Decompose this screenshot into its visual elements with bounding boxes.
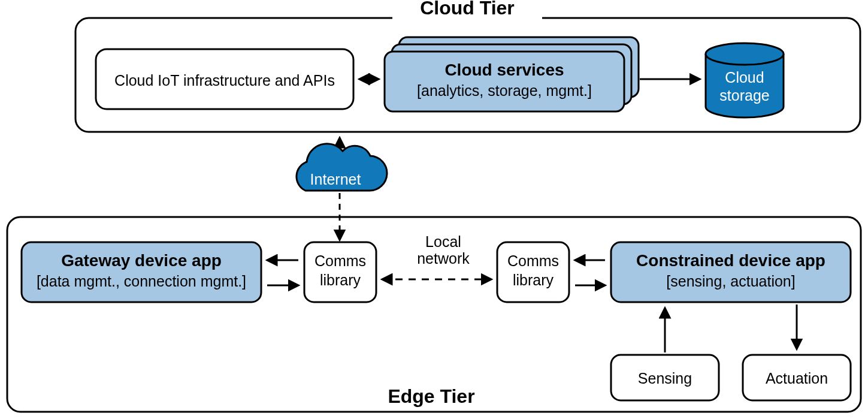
cloud-storage-cylinder: Cloud storage bbox=[706, 43, 784, 117]
constrained-title: Constrained device app bbox=[636, 251, 825, 270]
edge-tier-title: Edge Tier bbox=[388, 385, 474, 407]
internet-label: Internet bbox=[310, 171, 361, 188]
gateway-subtitle: [data mgmt., connection mgmt.] bbox=[37, 273, 246, 290]
local-network-line2: network bbox=[417, 250, 470, 267]
cloud-storage-line2: storage bbox=[719, 87, 769, 104]
local-network-line1: Local bbox=[425, 233, 461, 250]
edge-tier: Edge Tier Gateway device app [data mgmt.… bbox=[7, 217, 861, 412]
comms-left-line2: library bbox=[320, 272, 361, 288]
actuation-box: Actuation bbox=[743, 355, 851, 400]
cloud-services-box: Cloud services [analytics, storage, mgmt… bbox=[385, 37, 639, 111]
cloud-storage-line1: Cloud bbox=[725, 69, 764, 86]
cloud-services-subtitle: [analytics, storage, mgmt.] bbox=[417, 82, 592, 99]
comms-right-box: Comms library bbox=[497, 242, 569, 302]
comms-right-line1: Comms bbox=[507, 252, 559, 269]
gateway-title: Gateway device app bbox=[61, 251, 222, 270]
cloud-infra-box: Cloud IoT infrastructure and APIs bbox=[96, 49, 353, 109]
sensing-box: Sensing bbox=[611, 355, 719, 400]
actuation-label: Actuation bbox=[766, 370, 828, 387]
constrained-box: Constrained device app [sensing, actuati… bbox=[611, 242, 851, 302]
comms-right-line2: library bbox=[513, 272, 554, 288]
cloud-infra-label: Cloud IoT infrastructure and APIs bbox=[114, 72, 335, 89]
cloud-tier: Cloud Tier Cloud Tier Cloud IoT infrastr… bbox=[75, 0, 860, 132]
comms-left-box: Comms library bbox=[304, 242, 376, 302]
internet-cloud: Internet bbox=[297, 138, 387, 240]
constrained-subtitle: [sensing, actuation] bbox=[666, 273, 795, 290]
architecture-diagram: Cloud Tier Cloud Tier Cloud IoT infrastr… bbox=[0, 0, 868, 419]
sensing-label: Sensing bbox=[638, 370, 692, 387]
svg-text:Cloud Tier: Cloud Tier bbox=[420, 0, 515, 19]
comms-left-line1: Comms bbox=[314, 252, 366, 269]
cloud-services-title: Cloud services bbox=[444, 61, 564, 79]
gateway-box: Gateway device app [data mgmt., connecti… bbox=[22, 242, 261, 302]
